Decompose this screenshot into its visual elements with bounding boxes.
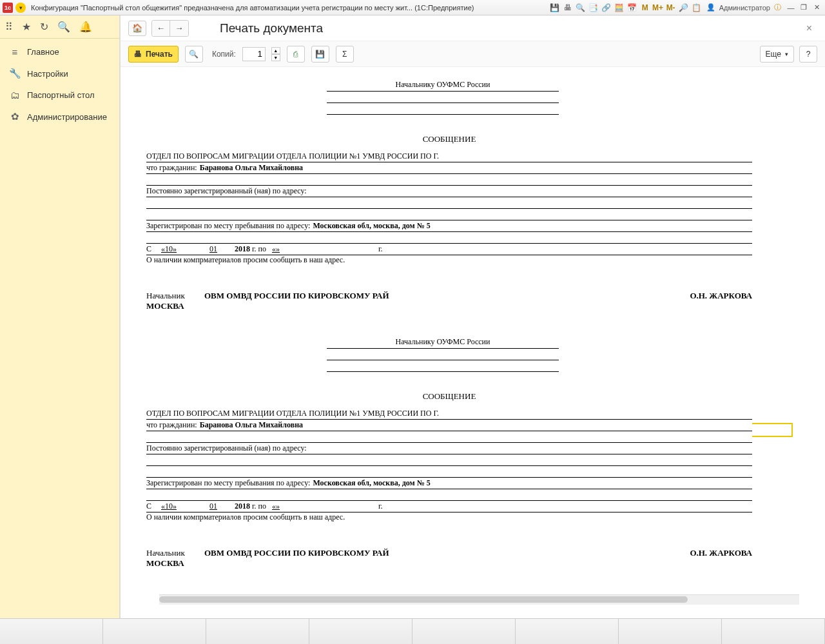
- calendar-icon[interactable]: 📅: [626, 3, 638, 13]
- chief-city: МОСКВА: [146, 558, 752, 569]
- sidebar-item-admin[interactable]: ✿Администрирование: [0, 106, 119, 128]
- blank-line: [146, 209, 752, 220]
- blank-line: [146, 431, 752, 443]
- menu-icon: ≡: [9, 46, 21, 57]
- dept-line: ОТДЕЛ ПО ВОПРОСАМ МИГРАЦИИ ОТДЕЛА ПОЛИЦИ…: [146, 151, 752, 162]
- date-line: С «10» 01 2018 г. по «» г.: [146, 501, 752, 512]
- calc-icon[interactable]: 🧮: [614, 3, 625, 13]
- doc-heading: СООБЩЕНИЕ: [146, 134, 752, 144]
- horizontal-scrollbar[interactable]: [159, 594, 799, 605]
- preview-button[interactable]: 🔍: [185, 46, 203, 63]
- blank-line: [327, 103, 559, 115]
- template-button[interactable]: ⎙: [287, 46, 305, 63]
- dropdown-icon[interactable]: ▾: [15, 3, 26, 13]
- document-page: Начальнику ОУФМС России СООБЩЕНИЕ ОТДЕЛ …: [146, 80, 752, 311]
- recipient-line: Начальнику ОУФМС России: [327, 337, 559, 349]
- perm-reg-line: Постоянно зарегистрированный (ная) по ад…: [146, 186, 752, 197]
- minimize-icon[interactable]: —: [785, 3, 797, 12]
- blank-line: [327, 360, 559, 372]
- wrench-icon: 🔧: [9, 68, 21, 79]
- content: 🏠 ← → Печать документа × 🖶Печать 🔍 Копий…: [120, 15, 825, 618]
- titlebar-tools: 💾 🖶 🔍 📑 🔗 🧮 📅 M M+ M- 🔎 📋: [549, 3, 703, 13]
- sum-button[interactable]: Σ: [336, 46, 354, 63]
- forward-button[interactable]: →: [170, 21, 188, 36]
- chief-city: МОСКВА: [146, 301, 752, 311]
- info-icon[interactable]: ⓘ: [774, 3, 781, 12]
- signature-row: Начальник ОВМ ОМВД РОССИИ ПО КИРОВСКОМУ …: [146, 548, 752, 558]
- save-doc-button[interactable]: 💾: [311, 46, 329, 63]
- cabinet-icon: 🗂: [9, 90, 21, 101]
- toolbar: 🖶Печать 🔍 Копий: ▲▼ ⎙ 💾 Σ Еще ▾ ?: [121, 41, 825, 67]
- sidebar-item-settings[interactable]: 🔧Настройки: [0, 63, 119, 84]
- sidebar-item-main[interactable]: ≡Главное: [0, 41, 119, 63]
- temp-reg-line: Зарегистрирован по месту пребывания по а…: [146, 220, 752, 232]
- tray-icon[interactable]: 📋: [691, 3, 703, 13]
- print-label: Печать: [146, 50, 173, 59]
- search-icon[interactable]: 🔍: [57, 21, 70, 33]
- materials-note: О наличии компрматериалов просим сообщит…: [146, 512, 752, 522]
- blank-line: [146, 197, 752, 209]
- compare-icon[interactable]: 📑: [588, 3, 599, 13]
- back-button[interactable]: ←: [152, 21, 170, 36]
- blank-line: [146, 466, 752, 478]
- printer-icon: 🖶: [134, 50, 142, 59]
- page-nav: 🏠 ← → Печать документа ×: [121, 15, 825, 41]
- user-icon: 👤: [706, 3, 715, 12]
- page-title: Печать документа: [220, 21, 323, 35]
- citizen-line: что гражданин:Баранова Ольга Михайловна: [146, 162, 752, 174]
- print-button[interactable]: 🖶Печать: [128, 46, 179, 63]
- sidebar-item-label: Главное: [27, 47, 59, 57]
- signature-row: Начальник ОВМ ОМВД РОССИИ ПО КИРОВСКОМУ …: [146, 291, 752, 301]
- chevron-down-icon: ▾: [785, 51, 788, 57]
- citizen-line: что гражданин:Баранова Ольга Михайловна: [146, 420, 752, 431]
- maximize-icon[interactable]: ❐: [798, 3, 810, 12]
- user-label[interactable]: Администратор: [719, 4, 770, 12]
- gear-icon: ✿: [9, 111, 21, 122]
- blank-line: [146, 489, 752, 501]
- sidebar-item-label: Администрирование: [27, 112, 107, 122]
- history-icon[interactable]: ↻: [40, 21, 48, 33]
- close-window-icon[interactable]: ✕: [811, 3, 822, 12]
- copies-label: Копий:: [212, 50, 236, 59]
- m-label[interactable]: M: [639, 3, 651, 13]
- sidebar-toolbar: ⠿ ★ ↻ 🔍 🔔: [0, 15, 119, 39]
- doc-heading: СООБЩЕНИЕ: [146, 391, 752, 402]
- help-button[interactable]: ?: [799, 46, 817, 63]
- blank-line: [146, 232, 752, 244]
- sidebar: ⠿ ★ ↻ 🔍 🔔 ≡Главное 🔧Настройки 🗂Паспортны…: [0, 15, 120, 618]
- bell-icon[interactable]: 🔔: [79, 21, 92, 33]
- home-button[interactable]: 🏠: [128, 21, 146, 36]
- close-tab-icon[interactable]: ×: [801, 20, 817, 37]
- window-title: Конфигурация "Паспортный стол общежития"…: [31, 4, 549, 12]
- copies-down-icon[interactable]: ▼: [271, 54, 280, 61]
- print-icon[interactable]: 🖶: [562, 3, 574, 13]
- blank-line: [327, 92, 559, 103]
- zoom-icon[interactable]: 🔎: [678, 3, 690, 13]
- links-icon[interactable]: 🔗: [601, 3, 612, 13]
- statusbar: [0, 618, 825, 644]
- sidebar-item-passport[interactable]: 🗂Паспортный стол: [0, 84, 119, 106]
- copies-input[interactable]: [242, 47, 266, 61]
- perm-reg-line: Постоянно зарегистрированный (ная) по ад…: [146, 443, 752, 454]
- titlebar: 1c ▾ Конфигурация "Паспортный стол общеж…: [0, 0, 825, 15]
- blank-line: [146, 174, 752, 186]
- star-icon[interactable]: ★: [22, 21, 31, 33]
- preview-icon[interactable]: 🔍: [575, 3, 587, 13]
- save-icon[interactable]: 💾: [549, 3, 561, 13]
- blank-line: [146, 454, 752, 466]
- dept-line: ОТДЕЛ ПО ВОПРОСАМ МИГРАЦИИ ОТДЕЛА ПОЛИЦИ…: [146, 408, 752, 420]
- document-page: Начальнику ОУФМС России СООБЩЕНИЕ ОТДЕЛ …: [146, 337, 752, 569]
- date-line: С «10» 01 2018 г. по «» г.: [146, 244, 752, 255]
- sidebar-item-label: Паспортный стол: [27, 90, 94, 100]
- document-area[interactable]: Начальнику ОУФМС России СООБЩЕНИЕ ОТДЕЛ …: [121, 67, 825, 618]
- m-minus-label[interactable]: M-: [665, 3, 677, 13]
- materials-note: О наличии компрматериалов просим сообщит…: [146, 255, 752, 265]
- copies-up-icon[interactable]: ▲: [271, 47, 280, 54]
- more-button[interactable]: Еще ▾: [760, 46, 794, 63]
- apps-icon[interactable]: ⠿: [5, 21, 13, 33]
- recipient-line: Начальнику ОУФМС России: [327, 80, 559, 92]
- blank-line: [327, 349, 559, 360]
- sidebar-item-label: Настройки: [27, 69, 68, 79]
- temp-reg-line: Зарегистрирован по месту пребывания по а…: [146, 478, 752, 489]
- m-plus-label[interactable]: M+: [652, 3, 664, 13]
